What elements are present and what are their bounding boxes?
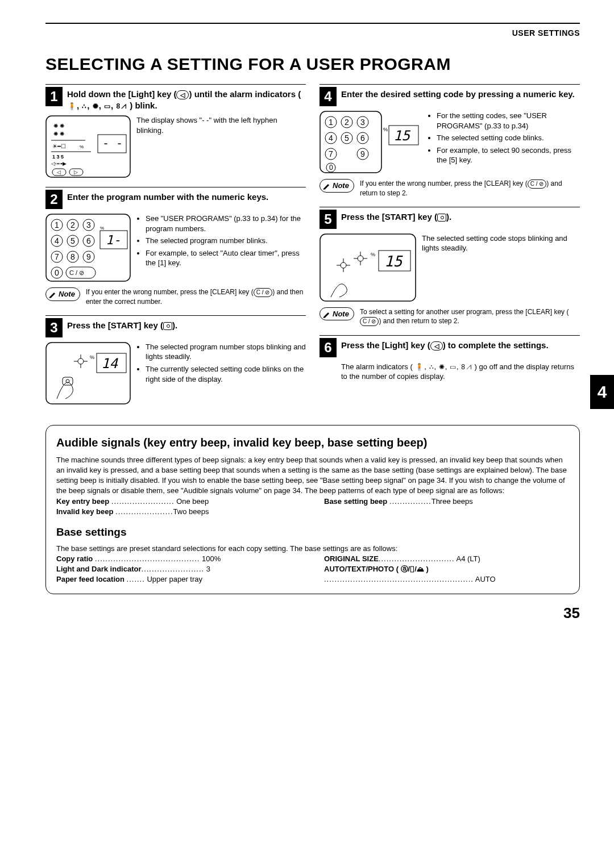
svg-text:%: % bbox=[90, 354, 94, 360]
pencil-icon bbox=[322, 182, 330, 190]
base-settings-heading: Base settings bbox=[56, 525, 569, 540]
alarm-icon: 8⩘ bbox=[461, 362, 472, 372]
svg-text:0: 0 bbox=[55, 268, 59, 277]
step-2: 2 Enter the program number with the nume… bbox=[45, 187, 306, 306]
svg-text:6: 6 bbox=[86, 236, 91, 245]
svg-text:%: % bbox=[371, 252, 375, 257]
svg-text:2: 2 bbox=[345, 118, 349, 127]
base-settings-intro: The base settings are preset standard se… bbox=[56, 544, 569, 554]
svg-text:%: % bbox=[80, 144, 84, 149]
svg-rect-46 bbox=[63, 377, 73, 385]
step-3-body: The selected program number stops blinki… bbox=[136, 342, 306, 404]
note-step-4: Note If you enter the wrong number, pres… bbox=[320, 179, 580, 198]
clear-key-icon: C / ⊘ bbox=[528, 180, 547, 189]
header-section-title: USER SETTINGS bbox=[45, 28, 580, 37]
svg-text:◁▫▪▫▪▶: ◁▫▪▫▪▶ bbox=[51, 161, 67, 166]
svg-text:7: 7 bbox=[329, 149, 333, 158]
step-1-title: Hold down the [Light] key (◁) until the … bbox=[67, 87, 306, 111]
step-1-figure: ✺ ✺ ✺ ✺ ☀━☐ % 1 3 5 ◁▫▪▫▪▶ - - ◁ bbox=[45, 115, 131, 178]
svg-text:5: 5 bbox=[345, 133, 349, 143]
svg-text:1  3  5: 1 3 5 bbox=[52, 154, 64, 160]
svg-text:%: % bbox=[100, 226, 104, 231]
svg-text:0: 0 bbox=[329, 164, 333, 172]
alarm-icon: 🧍 bbox=[68, 102, 76, 111]
auto-icon: ⓐ bbox=[401, 565, 408, 573]
base-settings-row: Copy ratio .............................… bbox=[56, 554, 569, 585]
step-6-body: The alarm indicators ( 🧍, ∴, ✺, ▭, 8⩘ ) … bbox=[320, 362, 580, 382]
note-badge: Note bbox=[45, 287, 80, 301]
start-key-icon bbox=[437, 214, 446, 222]
note-badge: Note bbox=[320, 307, 354, 321]
svg-text:7: 7 bbox=[55, 252, 59, 261]
two-column-layout: 1 Hold down the [Light] key (◁) until th… bbox=[45, 84, 580, 414]
step-5: 5 Press the [START] key (). 15 % bbox=[320, 207, 580, 326]
chapter-tab: 4 bbox=[590, 375, 614, 409]
note-step-2: Note If you enter the wrong number, pres… bbox=[45, 287, 306, 306]
svg-text:C / ⊘: C / ⊘ bbox=[69, 269, 84, 276]
svg-text:9: 9 bbox=[86, 252, 91, 261]
audible-paragraph: The machine sounds three different types… bbox=[56, 455, 569, 496]
alarm-icon: ✺ bbox=[439, 362, 445, 372]
header-rule bbox=[45, 23, 580, 24]
page: USER SETTINGS SELECTING A SETTING FOR A … bbox=[0, 0, 614, 639]
page-number: 35 bbox=[45, 604, 580, 622]
step-6: 6 Press the [Light] key (◁) to complete … bbox=[320, 335, 580, 382]
svg-text:✺ ✺: ✺ ✺ bbox=[53, 131, 64, 137]
clear-key-icon: C / ⊘ bbox=[254, 288, 273, 297]
svg-text:1: 1 bbox=[55, 220, 59, 229]
step-4-body: For the setting codes, see "USER PROGRAM… bbox=[428, 111, 580, 173]
note-badge: Note bbox=[320, 179, 354, 193]
alarm-icon: ▭ bbox=[104, 102, 110, 111]
svg-point-45 bbox=[78, 358, 84, 364]
svg-text:15: 15 bbox=[384, 253, 403, 270]
svg-text:- -: - - bbox=[102, 136, 123, 150]
alarm-icon: ▭ bbox=[450, 362, 456, 372]
step-4-figure: 1 2 3 4 5 6 7 9 0 15 bbox=[320, 111, 422, 173]
step-2-title: Enter the program number with the numeri… bbox=[67, 190, 268, 203]
svg-text:6: 6 bbox=[360, 133, 365, 143]
alarm-icon: ∴ bbox=[82, 102, 86, 111]
step-number: 2 bbox=[45, 190, 63, 209]
photo-icon: ⛰ bbox=[417, 565, 424, 573]
audible-signals-box: Audible signals (key entry beep, invalid… bbox=[45, 425, 580, 594]
svg-text:4: 4 bbox=[329, 133, 333, 143]
step-number: 4 bbox=[320, 87, 337, 106]
step-number: 5 bbox=[320, 210, 337, 229]
svg-text:4: 4 bbox=[55, 236, 59, 245]
note-step-5: Note To select a setting for another use… bbox=[320, 307, 580, 326]
step-number: 3 bbox=[45, 318, 63, 337]
svg-text:☀━☐: ☀━☐ bbox=[52, 143, 66, 149]
svg-text:◁: ◁ bbox=[57, 169, 61, 175]
svg-text:▷: ▷ bbox=[74, 169, 78, 175]
step-5-body: The selected setting code stops blinking… bbox=[422, 233, 580, 302]
svg-text:8: 8 bbox=[70, 252, 75, 261]
step-1-body: The display shows "- -" with the left hy… bbox=[136, 115, 306, 178]
alarm-icon: 8⩘ bbox=[116, 102, 127, 111]
text-icon: ⌷ bbox=[410, 565, 414, 573]
step-number: 1 bbox=[45, 87, 63, 106]
svg-point-75 bbox=[341, 262, 346, 268]
start-key-icon bbox=[163, 322, 172, 330]
clear-key-icon: C / ⊘ bbox=[360, 317, 379, 326]
step-5-figure: 15 % bbox=[320, 233, 416, 302]
pencil-icon bbox=[48, 290, 56, 298]
svg-text:5: 5 bbox=[70, 236, 75, 245]
beep-patterns-row: Key entry beep ........................ … bbox=[56, 496, 569, 517]
step-5-title: Press the [START] key (). bbox=[341, 210, 451, 223]
svg-text:15: 15 bbox=[393, 128, 410, 144]
step-2-figure: 1 2 3 4 5 6 7 8 9 0 C / bbox=[45, 214, 131, 282]
step-2-body: See "USER PROGRAMS" (p.33 to p.34) for t… bbox=[136, 214, 306, 282]
light-key-icon: ◁ bbox=[430, 341, 443, 350]
right-column: 4 Enter the desired setting code by pres… bbox=[320, 84, 580, 414]
pencil-icon bbox=[322, 310, 330, 318]
svg-text:3: 3 bbox=[360, 118, 365, 127]
step-number: 6 bbox=[320, 338, 337, 357]
alarm-icon: ∴ bbox=[429, 362, 434, 372]
step-3: 3 Press the [START] key (). 14 % bbox=[45, 315, 306, 404]
svg-point-74 bbox=[358, 256, 363, 261]
svg-text:✺ ✺: ✺ ✺ bbox=[53, 123, 64, 129]
alarm-icon: 🧍 bbox=[415, 362, 424, 372]
step-1: 1 Hold down the [Light] key (◁) until th… bbox=[45, 84, 306, 178]
light-key-icon: ◁ bbox=[176, 90, 189, 99]
step-4-title: Enter the desired setting code by pressi… bbox=[341, 87, 575, 100]
